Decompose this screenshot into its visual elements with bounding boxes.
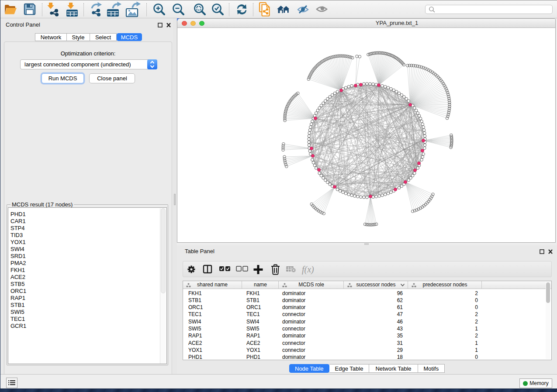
svg-text:f(x): f(x) (302, 265, 314, 275)
